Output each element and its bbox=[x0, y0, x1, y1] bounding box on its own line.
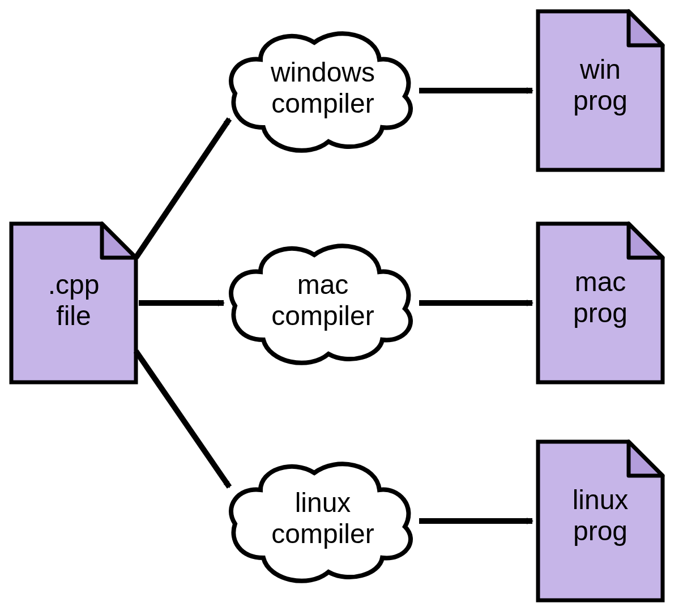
svg-line-0 bbox=[136, 119, 229, 258]
compiler-cloud-windows-icon bbox=[231, 33, 411, 150]
compiler-cloud-mac-icon bbox=[231, 246, 411, 362]
compiler-cloud-linux-icon bbox=[231, 464, 411, 580]
svg-line-2 bbox=[136, 351, 229, 487]
arrow-source-to-linux bbox=[136, 351, 229, 487]
arrow-source-to-windows bbox=[136, 119, 229, 258]
output-file-win-icon bbox=[538, 11, 663, 170]
source-file-icon bbox=[11, 224, 136, 382]
output-file-linux-icon bbox=[538, 442, 663, 600]
output-file-mac-icon bbox=[538, 224, 663, 382]
